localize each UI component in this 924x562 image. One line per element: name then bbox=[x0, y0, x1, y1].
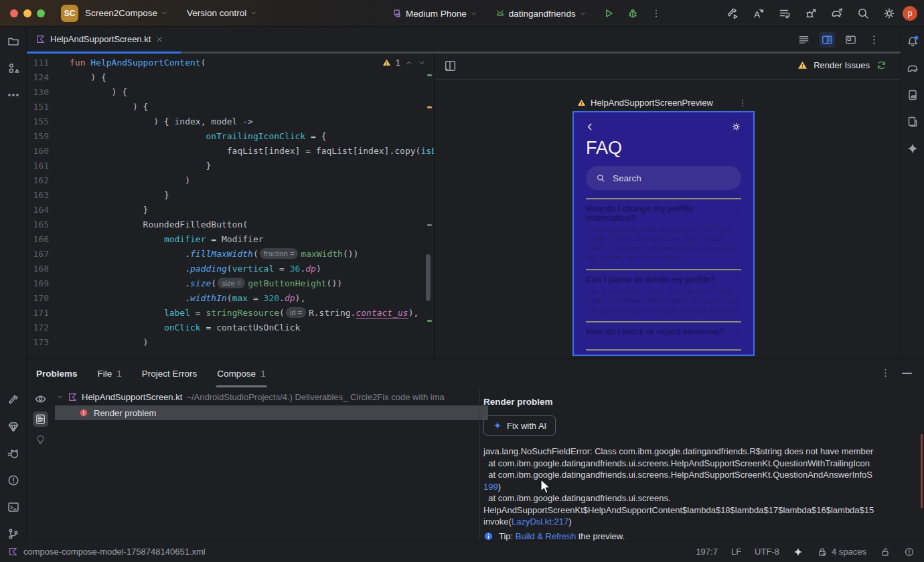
detail-scroll-stripe[interactable] bbox=[921, 434, 923, 508]
gem-icon[interactable] bbox=[7, 420, 20, 434]
caret-position[interactable]: 197:7 bbox=[696, 547, 718, 557]
build-refresh-link[interactable]: Build & Refresh bbox=[516, 531, 576, 541]
elephant-icon[interactable] bbox=[906, 62, 919, 75]
code-line[interactable]: 159onTrailingIconClick = { bbox=[27, 129, 434, 144]
search-everywhere-icon[interactable] bbox=[856, 7, 870, 20]
file-encoding[interactable]: UTF-8 bbox=[755, 547, 779, 557]
inspections-widget[interactable]: 1 bbox=[382, 58, 426, 68]
refresh-preview-icon[interactable] bbox=[876, 60, 887, 71]
more-h-icon[interactable] bbox=[7, 88, 20, 102]
render-issues-label[interactable]: Render Issues bbox=[814, 60, 870, 70]
ai-actions-icon[interactable] bbox=[752, 7, 765, 20]
device-image-icon[interactable] bbox=[906, 88, 919, 102]
faq-question[interactable]: How do I block or report someone? bbox=[586, 322, 741, 339]
faq-question[interactable]: How do I change my profile information? bbox=[586, 199, 741, 225]
tab-helpandsupportscreen[interactable]: HelpAndSupportScreen.kt bbox=[35, 27, 163, 52]
gear-icon[interactable] bbox=[731, 122, 741, 132]
editor-scrollbar[interactable] bbox=[426, 254, 431, 301]
panel-options-icon[interactable] bbox=[880, 367, 891, 379]
fix-with-ai-button[interactable]: Fix with AI bbox=[483, 415, 556, 436]
close-window-button[interactable] bbox=[10, 9, 18, 17]
code-line[interactable]: 164} bbox=[27, 203, 434, 217]
hammer-icon[interactable] bbox=[7, 393, 20, 407]
run-config-selector[interactable]: datingandfriends bbox=[495, 8, 587, 19]
more-actions-icon[interactable] bbox=[651, 8, 662, 19]
code-line[interactable]: 155) { index, model -> bbox=[27, 114, 434, 129]
code-line[interactable]: 171label = stringResource(id =R.string.c… bbox=[27, 306, 434, 320]
minimize-window-button[interactable] bbox=[23, 9, 31, 17]
list-lines-icon[interactable] bbox=[796, 32, 812, 48]
git-branch-icon[interactable] bbox=[7, 527, 20, 541]
terminal-icon[interactable] bbox=[7, 500, 20, 514]
code-line[interactable]: 172onClick = contactUsOnClick bbox=[27, 320, 434, 335]
chevron-down-icon[interactable] bbox=[56, 393, 64, 401]
logcat-cat-icon[interactable] bbox=[7, 447, 20, 460]
avatar[interactable]: p bbox=[903, 6, 917, 21]
run-button[interactable] bbox=[603, 7, 615, 19]
write-access-icon[interactable] bbox=[880, 547, 891, 557]
zoom-window-button[interactable] bbox=[37, 9, 45, 17]
settings-gear-icon[interactable] bbox=[882, 7, 896, 20]
widgets-icon[interactable] bbox=[7, 62, 20, 75]
close-tab-icon[interactable] bbox=[155, 35, 163, 43]
back-icon[interactable] bbox=[586, 122, 595, 131]
code-line[interactable]: 160faqList[index] = faqList[index].copy(… bbox=[27, 144, 434, 159]
vcs-widget[interactable]: Version control bbox=[187, 8, 257, 18]
stack-link[interactable]: LazyDsl.kt:217 bbox=[512, 517, 568, 527]
code-line[interactable]: 167.fillMaxWidth(fraction =maxWidth()) bbox=[27, 247, 434, 262]
gradle-sync-icon[interactable] bbox=[830, 7, 844, 20]
code-line[interactable]: 124) { bbox=[27, 70, 434, 85]
chevron-up-icon[interactable] bbox=[405, 59, 413, 67]
design-mode-icon[interactable] bbox=[843, 32, 858, 48]
tab-project-errors[interactable]: Project Errors bbox=[142, 359, 198, 387]
search-input[interactable]: Search bbox=[586, 166, 741, 190]
indent-widget[interactable]: 4 spaces bbox=[817, 547, 866, 557]
line-separator[interactable]: LF bbox=[731, 547, 741, 557]
faq-question[interactable]: Can I pause or delete my profile? bbox=[586, 270, 741, 286]
tree-problem-row[interactable]: Render problem bbox=[55, 405, 488, 420]
code-line[interactable]: 111fun HelpAndSupportContent( bbox=[27, 56, 434, 70]
code-line[interactable]: 163} bbox=[27, 188, 434, 203]
tree-detail-divider[interactable] bbox=[479, 387, 479, 541]
hammer-run-icon[interactable] bbox=[726, 7, 739, 20]
split-mode-icon[interactable] bbox=[820, 32, 835, 48]
faq-question[interactable]: Why did my match disappear? bbox=[586, 351, 741, 356]
todo-list-icon[interactable] bbox=[778, 7, 791, 20]
quick-fix-icon[interactable] bbox=[34, 433, 47, 446]
device-selector[interactable]: Medium Phone bbox=[392, 8, 477, 19]
panel-title[interactable]: Problems bbox=[36, 369, 78, 379]
code-line[interactable]: 173) bbox=[27, 335, 434, 350]
code-line[interactable]: 165RoundedFilledButton( bbox=[27, 217, 434, 232]
bell-icon[interactable] bbox=[906, 35, 919, 48]
alert-circle-icon[interactable] bbox=[7, 474, 20, 487]
stack-link[interactable]: 199 bbox=[483, 482, 498, 492]
code-line[interactable]: 170.widthIn(max = 320.dp), bbox=[27, 291, 434, 306]
preview-menu-icon[interactable] bbox=[738, 98, 747, 108]
code-line[interactable]: 166modifier = Modifier bbox=[27, 232, 434, 247]
code-line[interactable]: 169.size(size =getButtonHeight()) bbox=[27, 276, 434, 291]
code-line[interactable]: 168.padding(vertical = 36.dp) bbox=[27, 262, 434, 276]
code-line[interactable]: 130) { bbox=[27, 85, 434, 100]
tab-compose[interactable]: Compose1 bbox=[217, 359, 265, 387]
sparkle-icon[interactable] bbox=[906, 142, 919, 155]
tab-file[interactable]: File1 bbox=[98, 359, 122, 387]
tree-file-row[interactable]: HelpAndSupportScreen.kt ~/AndroidStudioP… bbox=[54, 389, 479, 404]
inspections-status-icon[interactable] bbox=[904, 547, 915, 557]
preview-problem-toggle-icon[interactable] bbox=[33, 411, 48, 427]
project-selector[interactable]: Screen2Compose bbox=[85, 8, 168, 18]
code-line[interactable]: 151) { bbox=[27, 100, 434, 114]
code-line[interactable]: 161} bbox=[27, 159, 434, 173]
ai-assistant-icon[interactable] bbox=[793, 547, 803, 557]
hide-panel-icon[interactable] bbox=[902, 373, 912, 374]
code-line[interactable]: 162) bbox=[27, 173, 434, 188]
status-file-name[interactable]: compose-compose-model-1758748140651.xml bbox=[23, 547, 206, 557]
copies-icon[interactable] bbox=[906, 115, 919, 128]
chevron-down-icon[interactable] bbox=[418, 59, 426, 67]
debug-button[interactable] bbox=[627, 7, 639, 19]
view-options-icon[interactable] bbox=[34, 393, 47, 405]
preview-layout-icon[interactable] bbox=[443, 59, 457, 73]
folder-icon[interactable] bbox=[7, 35, 20, 48]
code-editor[interactable]: 111fun HelpAndSupportContent(124) {130) … bbox=[27, 54, 434, 358]
kebab-icon[interactable] bbox=[866, 32, 882, 48]
attach-debugger-icon[interactable] bbox=[804, 7, 818, 20]
